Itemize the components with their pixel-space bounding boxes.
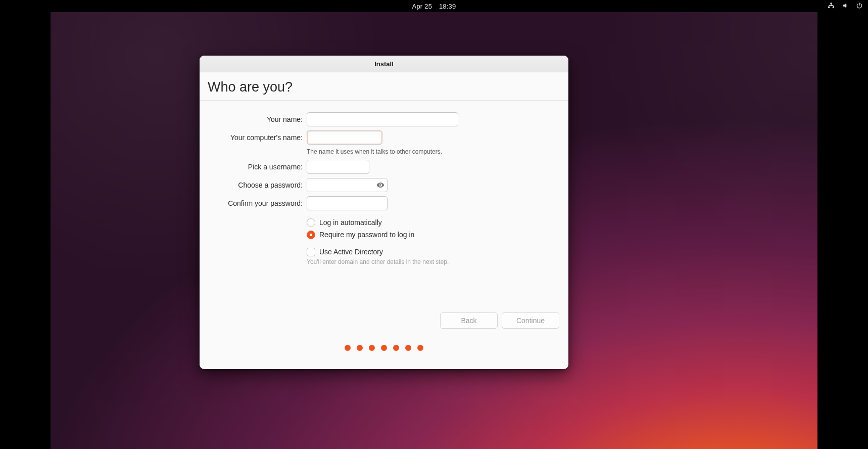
reveal-password-icon[interactable] bbox=[376, 181, 384, 189]
checkbox-active-directory[interactable] bbox=[307, 248, 315, 256]
option-require-password[interactable]: Require my password to log in bbox=[307, 229, 561, 240]
label-your-name: Your name: bbox=[207, 115, 307, 123]
progress-pager bbox=[200, 345, 568, 351]
continue-button[interactable]: Continue bbox=[502, 312, 559, 329]
back-button-label: Back bbox=[461, 317, 476, 325]
pager-dot bbox=[381, 345, 387, 351]
continue-button-label: Continue bbox=[516, 317, 545, 325]
power-icon[interactable] bbox=[856, 2, 863, 11]
volume-icon[interactable] bbox=[842, 2, 849, 11]
option-login-auto-label: Log in automatically bbox=[319, 218, 382, 227]
option-active-directory-label: Use Active Directory bbox=[319, 248, 383, 256]
label-username: Pick a username: bbox=[207, 163, 307, 171]
back-button[interactable]: Back bbox=[440, 312, 498, 329]
radio-login-auto[interactable] bbox=[307, 218, 315, 227]
window-titlebar[interactable]: Install bbox=[200, 56, 568, 72]
confirm-password-input[interactable] bbox=[307, 196, 388, 210]
label-computer-name: Your computer's name: bbox=[207, 133, 307, 142]
pager-dot bbox=[369, 345, 375, 351]
label-password: Choose a password: bbox=[207, 181, 307, 189]
installer-window: Install Who are you? Your name: Your com… bbox=[200, 56, 568, 369]
computer-name-hint: The name it uses when it talks to other … bbox=[307, 148, 561, 155]
nav-buttons: Back Continue bbox=[440, 312, 559, 329]
window-title: Install bbox=[374, 60, 394, 68]
letterbox-left bbox=[0, 12, 51, 449]
letterbox-right bbox=[817, 12, 868, 449]
pager-dot bbox=[345, 345, 351, 351]
option-require-password-label: Require my password to log in bbox=[319, 231, 414, 239]
pager-dot bbox=[405, 345, 411, 351]
option-login-auto[interactable]: Log in automatically bbox=[307, 217, 561, 228]
clock-time: 18:39 bbox=[439, 3, 456, 10]
system-tray[interactable] bbox=[828, 0, 863, 12]
radio-require-password[interactable] bbox=[307, 231, 315, 239]
user-form: Your name: Your computer's name: The nam… bbox=[200, 101, 568, 275]
page-heading: Who are you? bbox=[200, 72, 568, 101]
password-input[interactable] bbox=[307, 178, 388, 192]
option-active-directory[interactable]: Use Active Directory bbox=[307, 246, 561, 257]
pager-dot bbox=[417, 345, 423, 351]
gnome-top-bar: Apr 25 18:39 bbox=[0, 0, 868, 12]
username-input[interactable] bbox=[307, 160, 369, 174]
your-name-input[interactable] bbox=[307, 112, 458, 126]
clock[interactable]: Apr 25 18:39 bbox=[412, 3, 456, 10]
clock-date: Apr 25 bbox=[412, 3, 432, 10]
pager-dot bbox=[393, 345, 399, 351]
network-icon[interactable] bbox=[828, 2, 835, 11]
label-confirm-password: Confirm your password: bbox=[207, 199, 307, 207]
computer-name-input[interactable] bbox=[307, 130, 382, 145]
active-directory-hint: You'll enter domain and other details in… bbox=[307, 258, 561, 265]
pager-dot bbox=[357, 345, 363, 351]
